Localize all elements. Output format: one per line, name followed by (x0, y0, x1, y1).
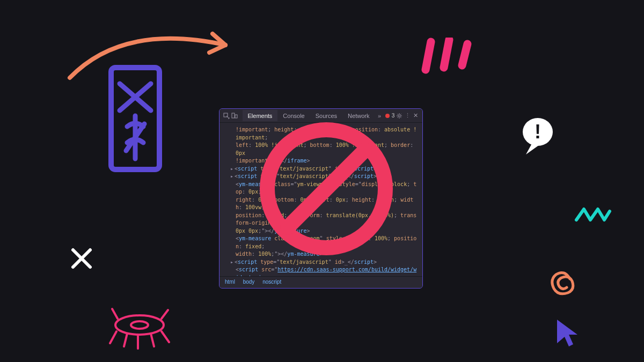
error-count: 3 (392, 113, 395, 119)
tab-console[interactable]: Console (277, 110, 310, 121)
gear-icon[interactable] (396, 112, 402, 120)
svg-rect-6 (232, 113, 235, 118)
more-tabs-icon[interactable]: » (376, 112, 383, 120)
cursor-icon (553, 316, 580, 349)
error-badge[interactable]: 3 (385, 113, 395, 119)
device-toggle-icon[interactable] (231, 112, 238, 120)
zigzag-icon (574, 204, 612, 225)
bug-doodle-icon (105, 304, 174, 352)
swirl-icon (546, 266, 576, 298)
tab-elements[interactable]: Elements (243, 110, 278, 121)
svg-rect-7 (235, 115, 237, 118)
devtools-tabs: Elements Console Sources Network (243, 110, 375, 121)
close-icon[interactable]: ✕ (412, 112, 419, 120)
crumb-html[interactable]: html (225, 279, 235, 285)
speech-bubble-icon: ! (519, 116, 557, 157)
pink-marks-icon (421, 38, 475, 75)
tab-sources[interactable]: Sources (310, 110, 342, 121)
crumb-body[interactable]: body (243, 279, 255, 285)
kebab-icon[interactable]: ⋮ (404, 112, 411, 120)
white-x-icon (70, 247, 93, 270)
svg-point-4 (131, 321, 148, 329)
crumb-noscript[interactable]: noscript (262, 279, 281, 285)
tab-network[interactable]: Network (342, 110, 375, 121)
error-dot-icon (385, 114, 390, 118)
code-line[interactable]: <script src="https://cdn.saas-support.co… (225, 266, 417, 276)
code-line[interactable]: ▸<script type="text/javascript" id>_</sc… (225, 258, 417, 267)
svg-point-3 (115, 315, 164, 335)
inspect-icon[interactable] (223, 112, 230, 120)
breadcrumbs[interactable]: html body noscript (219, 276, 422, 288)
ticket-doodle-icon (106, 62, 165, 175)
svg-point-8 (398, 115, 400, 117)
svg-line-10 (288, 150, 365, 227)
prohibited-icon (258, 120, 395, 257)
svg-text:!: ! (535, 121, 541, 143)
